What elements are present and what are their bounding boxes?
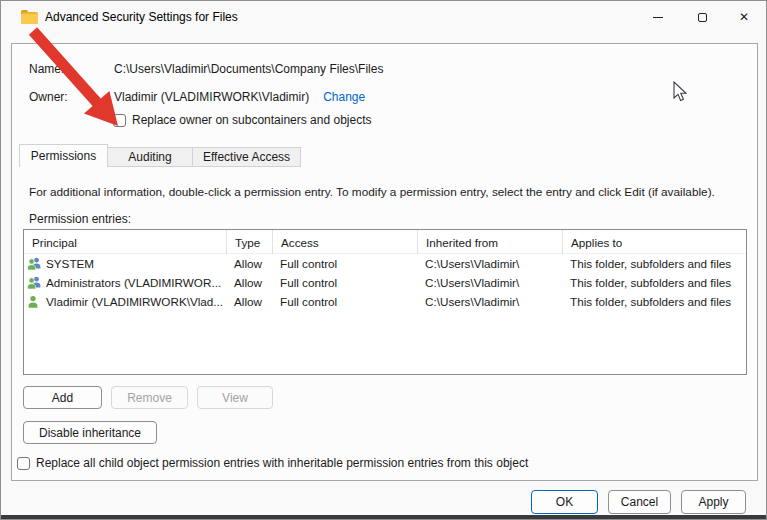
table-row[interactable]: Administrators (VLADIMIRWOR... Allow Ful…	[24, 273, 746, 292]
replace-child-permissions-checkbox-label[interactable]: Replace all child object permission entr…	[36, 456, 528, 470]
replace-owner-checkbox-label[interactable]: Replace owner on subcontainers and objec…	[132, 113, 371, 127]
table-row[interactable]: Vladimir (VLADIMIRWORK\Vlad... Allow Ful…	[24, 292, 746, 311]
disable-inheritance-button[interactable]: Disable inheritance	[23, 421, 157, 444]
column-header-applies-to[interactable]: Applies to	[562, 230, 746, 254]
folder-icon	[21, 10, 38, 24]
minimize-button[interactable]	[636, 1, 680, 33]
maximize-icon	[698, 13, 707, 22]
permission-entries-table: Principal Type Access Inherited from App…	[23, 229, 747, 375]
title-bar: Advanced Security Settings for Files ✕	[1, 1, 766, 33]
user-icon	[27, 295, 42, 309]
name-value: C:\Users\Vladimir\Documents\Company File…	[114, 62, 383, 76]
background-window-edge	[1, 515, 766, 519]
ok-button[interactable]: OK	[531, 490, 598, 514]
view-button[interactable]: View	[197, 386, 273, 409]
apply-button[interactable]: Apply	[681, 490, 746, 514]
cancel-button[interactable]: Cancel	[608, 490, 671, 514]
tab-permissions[interactable]: Permissions	[19, 144, 108, 167]
table-row[interactable]: SYSTEM Allow Full control C:\Users\Vladi…	[24, 254, 746, 273]
remove-button[interactable]: Remove	[111, 386, 188, 409]
group-icon	[27, 276, 42, 290]
column-header-inherited-from[interactable]: Inherited from	[417, 230, 562, 254]
change-owner-link[interactable]: Change	[323, 90, 365, 104]
tab-strip: Permissions Auditing Effective Access	[19, 144, 301, 167]
owner-label: Owner:	[29, 90, 68, 104]
owner-value: Vladimir (VLADIMIRWORK\Vladimir)	[114, 90, 309, 104]
column-header-principal[interactable]: Principal	[24, 230, 226, 254]
advanced-security-settings-dialog: Advanced Security Settings for Files ✕ N…	[0, 0, 767, 520]
replace-child-permissions-checkbox[interactable]	[17, 457, 30, 470]
replace-owner-checkbox[interactable]	[113, 114, 126, 127]
permission-entries-label: Permission entries:	[29, 212, 131, 226]
close-button[interactable]: ✕	[722, 1, 766, 33]
column-header-access[interactable]: Access	[272, 230, 417, 254]
tab-description: For additional information, double-click…	[29, 185, 715, 199]
maximize-button[interactable]	[680, 1, 724, 33]
group-icon	[27, 257, 42, 271]
window-title: Advanced Security Settings for Files	[45, 10, 238, 24]
table-header: Principal Type Access Inherited from App…	[24, 230, 746, 254]
close-icon: ✕	[739, 11, 749, 23]
tab-effective-access[interactable]: Effective Access	[193, 147, 301, 167]
name-label: Name:	[29, 62, 64, 76]
tab-auditing[interactable]: Auditing	[108, 147, 193, 167]
column-header-type[interactable]: Type	[226, 230, 272, 254]
add-button[interactable]: Add	[23, 386, 102, 409]
minimize-icon	[653, 17, 663, 18]
